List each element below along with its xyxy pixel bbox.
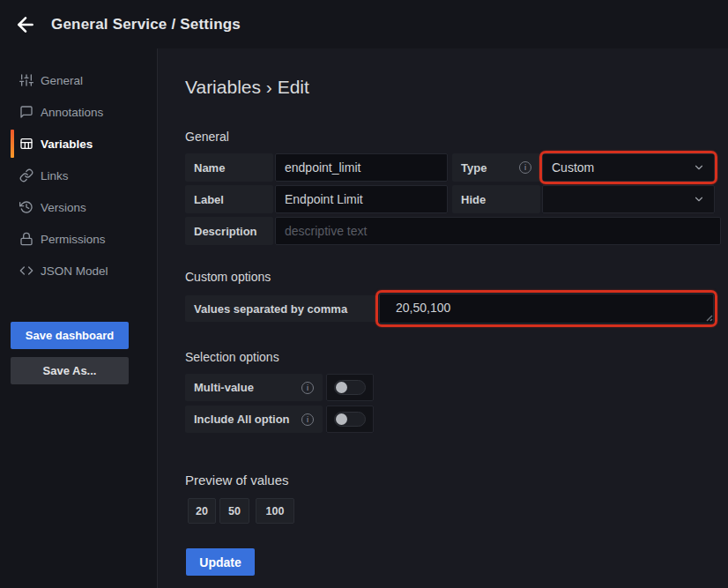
active-item-indicator: [11, 130, 14, 158]
table-icon: [19, 137, 33, 151]
lock-icon: [19, 232, 33, 246]
resize-grip-icon[interactable]: [704, 313, 713, 322]
toggle-knob: [336, 382, 347, 393]
sidebar-item-links[interactable]: Links: [0, 160, 157, 191]
preview-heading: Preview of values: [185, 473, 289, 488]
info-icon[interactable]: i: [301, 382, 314, 394]
chevron-down-icon: [693, 161, 705, 174]
info-icon[interactable]: i: [301, 413, 314, 426]
include-all-toggle[interactable]: [326, 406, 374, 433]
toggle-track: [334, 412, 366, 427]
label-field-label: Label: [185, 185, 273, 213]
toggle-track: [334, 380, 366, 395]
sidebar-item-label: Permissions: [41, 233, 106, 246]
include-all-label: Include All option i: [185, 406, 323, 433]
name-input[interactable]: [275, 153, 448, 182]
save-as-button[interactable]: Save As...: [11, 357, 129, 384]
info-icon[interactable]: i: [519, 161, 531, 174]
arrow-left-icon: [14, 13, 37, 36]
settings-sidebar: General Annotations Variables Links: [0, 48, 158, 588]
comment-icon: [19, 105, 33, 119]
values-input[interactable]: 20,50,100: [379, 294, 714, 324]
sidebar-item-label: Variables: [41, 138, 93, 151]
type-select[interactable]: Custom: [542, 153, 715, 182]
preview-value-chip: 100: [256, 498, 294, 524]
sidebar-item-json-model[interactable]: JSON Model: [0, 255, 157, 287]
sidebar-item-permissions[interactable]: Permissions: [0, 223, 157, 255]
selection-options-heading: Selection options: [185, 350, 279, 364]
general-section-heading: General: [185, 130, 229, 144]
history-icon: [19, 200, 33, 214]
values-field-label: Values separated by comma: [185, 295, 377, 322]
sidebar-item-label: Versions: [41, 201, 86, 214]
sidebar-item-label: Annotations: [41, 106, 103, 119]
page-title: General Service / Settings: [51, 0, 241, 48]
sidebar-item-variables[interactable]: Variables: [0, 128, 157, 160]
sidebar-item-versions[interactable]: Versions: [0, 191, 157, 223]
toggle-knob: [336, 413, 347, 425]
sliders-icon: [19, 73, 33, 87]
sidebar-item-general[interactable]: General: [0, 64, 157, 96]
link-icon: [19, 168, 33, 182]
variables-edit-panel: Variables › Edit General Name Type i Cus…: [158, 48, 728, 588]
sidebar-item-annotations[interactable]: Annotations: [0, 96, 157, 128]
preview-value-chip: 50: [219, 498, 249, 524]
description-input[interactable]: [275, 217, 721, 245]
sidebar-item-label: JSON Model: [41, 264, 108, 278]
name-field-label: Name: [185, 153, 273, 182]
preview-value-chip: 20: [188, 498, 216, 524]
sidebar-item-label: Links: [41, 169, 69, 182]
section-title: Variables › Edit: [185, 77, 309, 98]
description-field-label: Description: [185, 217, 273, 245]
back-button[interactable]: [12, 11, 39, 38]
custom-options-heading: Custom options: [185, 270, 271, 284]
label-input[interactable]: [275, 185, 448, 213]
top-header: General Service / Settings: [0, 0, 728, 48]
hide-select[interactable]: [542, 185, 715, 213]
settings-nav: General Annotations Variables Links: [0, 64, 157, 287]
hide-field-label: Hide: [452, 185, 540, 213]
chevron-down-icon: [693, 193, 705, 205]
sidebar-item-label: General: [41, 74, 83, 87]
multi-value-label: Multi-value i: [185, 374, 323, 401]
save-dashboard-button[interactable]: Save dashboard: [11, 322, 129, 349]
multi-value-toggle[interactable]: [326, 374, 374, 401]
type-field-label: Type i: [452, 153, 540, 182]
code-icon: [19, 264, 33, 278]
update-button[interactable]: Update: [186, 548, 255, 576]
dashboard-settings-page: General Service / Settings General Annot…: [0, 0, 728, 588]
